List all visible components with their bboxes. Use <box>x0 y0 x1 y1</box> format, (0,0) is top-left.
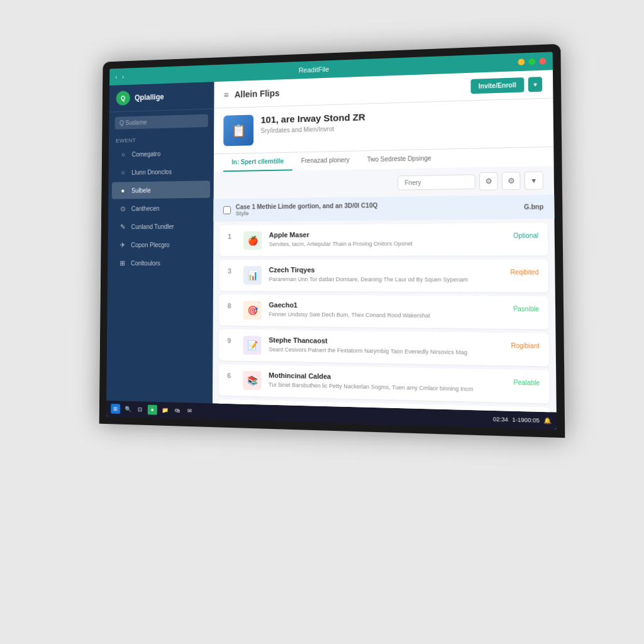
sidebar-search-area <box>109 109 214 135</box>
list-item-info: Apple Maser Servites, tacm, Artiepular T… <box>269 230 506 248</box>
content-list: 1 🍎 Apple Maser Servites, tacm, Artiepul… <box>213 219 557 413</box>
sidebar-label-sulbele: Sulbele <box>131 187 151 194</box>
window-title: ReaditFile <box>299 65 330 74</box>
sidebar-item-comegatro[interactable]: ○ Comegatro <box>112 144 210 163</box>
tab-in-spert[interactable]: In: Spert cllemtille <box>223 153 292 172</box>
minimize-button[interactable] <box>518 58 525 65</box>
laptop-screen: ‹ › ReaditFile Q Q <box>99 44 565 438</box>
taskbar-folder-icon[interactable]: 📁 <box>160 405 169 415</box>
nav-back-icon[interactable]: ‹ <box>115 74 117 80</box>
list-item-icon: 📝 <box>243 336 261 355</box>
taskbar-mail-icon[interactable]: ✉ <box>185 406 194 416</box>
list-item-status[interactable]: Rogibiant <box>511 342 539 350</box>
sidebar-item-cunland[interactable]: ✎ Cunland Tundler <box>111 218 210 235</box>
list-item-title: Apple Maser <box>269 230 506 238</box>
filter-dropdown-icon[interactable]: ▾ <box>525 171 543 189</box>
select-all-checkbox[interactable] <box>223 206 231 214</box>
list-item-num: 6 <box>227 372 236 379</box>
taskbar-search-icon[interactable]: 🔍 <box>123 404 133 414</box>
header-actions: Invite/Enroll ▾ <box>470 77 542 94</box>
list-item-icon: 📚 <box>243 371 261 391</box>
list-item: 3 📊 Czech Tirqyes Parareman Unn Tor datl… <box>219 260 548 292</box>
sidebar: Q Qplallige Ewent ○ Comegatro ○ Llu <box>106 82 214 403</box>
sidebar-item-copon[interactable]: ✈ Copon Plecgro <box>111 236 210 253</box>
invite-enroll-button[interactable]: Invite/Enroll <box>470 77 524 94</box>
sidebar-search-input[interactable] <box>114 114 208 130</box>
table-header: Case 1 Methie Limde gortion, and an 3D/0… <box>213 194 554 221</box>
list-item-info: Mothincinal Caldea Tur binet Barsbuthen … <box>269 371 506 394</box>
taskbar-store-icon[interactable]: 🛍 <box>172 406 182 416</box>
tab-frenazad[interactable]: Frenazad plonery <box>292 151 358 170</box>
sub-header-top: ≡ Allein Flips Invite/Enroll ▾ <box>224 77 543 101</box>
table-col-group: G.bnp <box>524 203 543 211</box>
sidebar-app-name: Qplallige <box>135 92 164 102</box>
close-button[interactable] <box>539 58 546 65</box>
laptop-wrapper: ‹ › ReaditFile Q Q <box>52 33 592 611</box>
sidebar-icon-copon: ✈ <box>118 241 126 250</box>
sidebar-label-comegatro: Comegatro <box>131 150 160 158</box>
list-item-status[interactable]: Reqibited <box>510 269 538 275</box>
sidebar-label-llunn: Llunn Dnonclos <box>131 168 172 175</box>
sidebar-label-cunland: Cunland Tundler <box>131 223 174 230</box>
list-item-title: Stephe Thancaost <box>269 336 502 347</box>
course-header: 📋 101, are Irway Stond ZR Sry/irdates an… <box>214 98 553 154</box>
gear-icon-1: ⚙ <box>485 177 492 186</box>
list-item-desc: Seant Cesivors Patnert the Fextatorm Nar… <box>269 345 503 357</box>
nav-forward-icon[interactable]: › <box>122 73 124 80</box>
list-item-status[interactable]: Pasnible <box>513 305 539 313</box>
course-info: 101, are Irway Stond ZR Sry/irdates and … <box>261 106 543 134</box>
sidebar-logo-area: Q Qplallige <box>109 82 214 112</box>
gear-icon-2: ⚙ <box>508 176 515 186</box>
main-content: ≡ Allein Flips Invite/Enroll ▾ 📋 <box>213 70 557 412</box>
invite-dropdown-button[interactable]: ▾ <box>528 77 543 92</box>
maximize-button[interactable] <box>528 58 535 65</box>
list-item-info: Stephe Thancaost Seant Cesivors Patnert … <box>269 336 503 357</box>
app-body: Q Qplallige Ewent ○ Comegatro ○ Llu <box>106 70 557 412</box>
sidebar-item-sulbele[interactable]: ● Sulbele <box>112 180 210 199</box>
filter-row: ⚙ ⚙ ▾ <box>214 166 554 199</box>
list-item-status[interactable]: Optional <box>513 232 538 240</box>
sidebar-icon-llunn: ○ <box>119 168 127 177</box>
taskbar-tasks-icon[interactable]: ⊡ <box>135 404 145 414</box>
sidebar-icon-sulbele: ● <box>119 186 127 195</box>
tab-two-sedreste[interactable]: Two Sedreste Dpsinge <box>358 150 441 170</box>
taskbar-chrome-icon[interactable]: ● <box>148 405 157 415</box>
sidebar-icon-comegatro: ○ <box>119 150 127 159</box>
course-thumbnail: 📋 <box>223 114 253 146</box>
sidebar-icon-conltoulors: ⊞ <box>118 258 126 267</box>
sidebar-logo-icon: Q <box>116 91 130 106</box>
taskbar-date: 1-1900:05 <box>512 416 540 424</box>
taskbar-notification-icon[interactable]: 🔔 <box>543 417 551 424</box>
list-item-desc: Servites, tacm, Artiepular Thain a Provi… <box>269 240 506 248</box>
menu-icon[interactable]: ≡ <box>224 89 229 99</box>
sidebar-label-canthecen: Canthecen <box>131 205 160 212</box>
list-item: 8 🎯 Gaecho1 Fenner Undsisy Swe Dech Bum,… <box>219 294 548 329</box>
list-item-num: 1 <box>228 233 236 240</box>
filter-input[interactable] <box>397 174 475 190</box>
list-item-title: Gaecho1 <box>269 301 505 311</box>
sidebar-item-conltoulors[interactable]: ⊞ Conltoulors <box>111 254 210 271</box>
filter-settings-icon-2[interactable]: ⚙ <box>502 172 521 190</box>
sidebar-item-llunn[interactable]: ○ Llunn Dnonclos <box>112 162 210 181</box>
list-item-status[interactable]: Pealable <box>514 379 540 386</box>
list-item-info: Czech Tirqyes Parareman Unn Tor datlan D… <box>269 266 502 284</box>
window-controls <box>518 58 547 65</box>
list-item: 1 🍎 Apple Maser Servites, tacm, Artiepul… <box>219 223 548 256</box>
taskbar-left: ⊞ 🔍 ⊡ ● 📁 🛍 ✉ <box>111 404 194 416</box>
taskbar-right: 02:34 1-1900:05 🔔 <box>493 416 552 424</box>
filter-settings-icon-1[interactable]: ⚙ <box>479 172 498 191</box>
list-item: 9 📝 Stephe Thancaost Seant Cesivors Patn… <box>219 330 549 367</box>
sidebar-label-conltoulors: Conltoulors <box>131 260 160 267</box>
list-item-icon: 🎯 <box>243 301 262 319</box>
list-item-num: 9 <box>227 337 236 345</box>
taskbar-windows-icon[interactable]: ⊞ <box>111 404 120 414</box>
sidebar-item-canthecen[interactable]: ⊙ Canthecen <box>111 199 209 217</box>
title-bar-left-icons: ‹ › <box>115 73 124 80</box>
list-item-icon: 🍎 <box>243 231 262 250</box>
sidebar-icon-canthecen: ⊙ <box>118 204 126 213</box>
table-header-left: Case 1 Methie Limde gortion, and an 3D/0… <box>223 202 378 216</box>
list-item-title: Czech Tirqyes <box>269 266 502 274</box>
list-item-desc: Fenner Undsisy Swe Dech Bum, Thex Conand… <box>269 311 505 321</box>
list-item: 6 📚 Mothincinal Caldea Tur binet Barsbut… <box>219 364 550 404</box>
screen-content: ‹ › ReaditFile Q Q <box>106 52 557 430</box>
